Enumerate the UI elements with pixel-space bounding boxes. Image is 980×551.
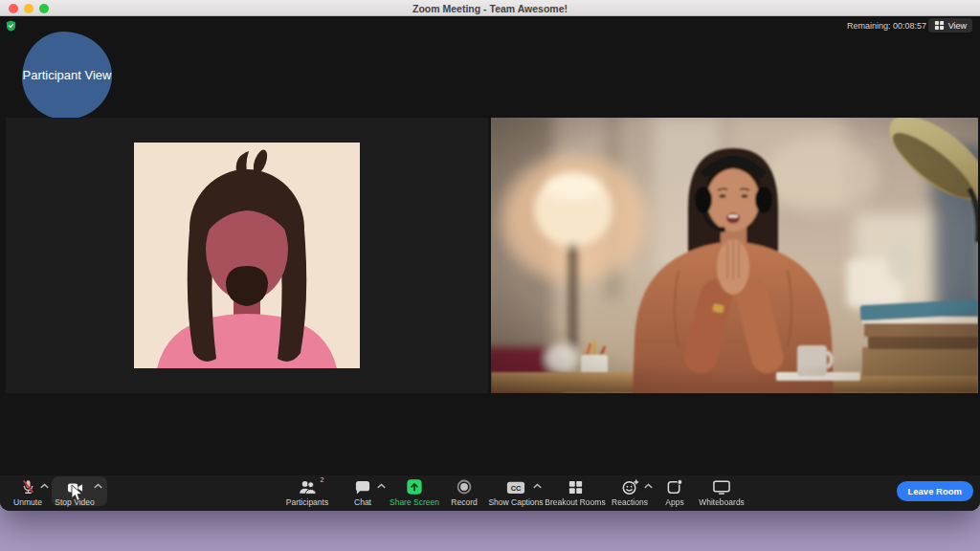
participants-button[interactable]: 2 Participants	[280, 478, 334, 509]
window-title: Zoom Meeting - Team Awesome!	[0, 3, 980, 14]
video-tile-remote-participant	[491, 118, 978, 393]
video-tile-sebastian: Sebastian Sales	[6, 118, 488, 393]
apps-icon	[666, 478, 683, 496]
microphone-muted-icon	[20, 478, 36, 496]
show-captions-label: Show Captions	[488, 497, 543, 507]
reactions-label: Reactions	[612, 497, 648, 507]
share-screen-icon	[406, 478, 423, 496]
chat-label: Chat	[354, 497, 371, 507]
desktop: Zoom Meeting - Team Awesome! Remaining: …	[0, 0, 980, 551]
zoom-meeting-window: Zoom Meeting - Team Awesome! Remaining: …	[0, 0, 980, 511]
whiteboards-button[interactable]: Whiteboards	[694, 478, 749, 509]
reactions-options-caret[interactable]	[644, 483, 653, 489]
captions-icon: CC	[506, 478, 525, 496]
unmute-options-caret[interactable]	[40, 483, 49, 489]
video-options-caret[interactable]	[94, 483, 102, 489]
reactions-icon	[621, 478, 639, 496]
security-shield-icon[interactable]	[6, 20, 16, 32]
apps-label: Apps	[665, 497, 683, 507]
breakout-rooms-label: Breakout Rooms	[545, 497, 605, 507]
captions-options-caret[interactable]	[533, 483, 542, 489]
whiteboards-label: Whiteboards	[699, 497, 745, 507]
svg-text:CC: CC	[511, 484, 522, 493]
participants-count-badge: 2	[321, 476, 324, 483]
chat-bubble-icon	[354, 478, 371, 496]
meeting-time-remaining: Remaining: 00:08:57	[847, 21, 926, 31]
participants-icon: 2	[299, 478, 317, 496]
participants-label: Participants	[286, 497, 328, 507]
participant-view-label: Participant View	[23, 68, 112, 83]
avatar-illustration	[134, 143, 360, 368]
share-screen-label: Share Screen	[390, 497, 439, 507]
share-screen-button[interactable]: Share Screen	[386, 478, 443, 509]
breakout-rooms-icon	[568, 478, 584, 496]
record-icon	[456, 478, 473, 496]
chat-button[interactable]: Chat	[345, 478, 381, 509]
leave-room-label: Leave Room	[908, 486, 963, 496]
participant-view-badge: Participant View	[22, 32, 112, 120]
window-titlebar: Zoom Meeting - Team Awesome!	[0, 0, 980, 16]
remote-participant-video	[491, 118, 978, 393]
breakout-rooms-button[interactable]: Breakout Rooms	[546, 478, 604, 509]
record-label: Record	[451, 497, 477, 507]
view-button[interactable]: View	[928, 18, 972, 33]
view-button-label: View	[948, 21, 967, 31]
record-button[interactable]: Record	[445, 478, 483, 509]
chat-options-caret[interactable]	[377, 483, 386, 489]
leave-room-button[interactable]: Leave Room	[897, 481, 974, 501]
unmute-label: Unmute	[13, 497, 42, 507]
meeting-toolbar: Unmute Stop Video	[0, 475, 980, 511]
whiteboards-icon	[712, 478, 731, 496]
mouse-cursor	[71, 484, 83, 502]
apps-button[interactable]: Apps	[659, 478, 690, 509]
grid-view-icon	[934, 20, 945, 31]
